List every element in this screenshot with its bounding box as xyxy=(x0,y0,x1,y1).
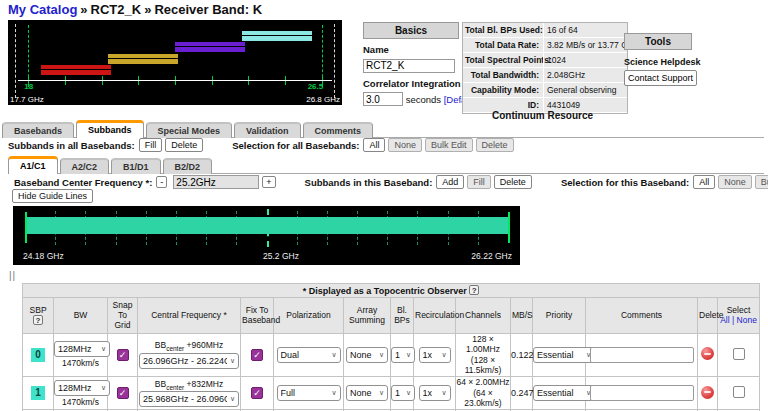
tab-special-modes[interactable]: Special Modes xyxy=(146,122,233,138)
comment-input[interactable] xyxy=(590,347,694,363)
priority-select[interactable]: Essential xyxy=(533,347,595,363)
fix-to-baseband-checkbox[interactable] xyxy=(251,349,263,361)
summary-label: Total Spectral Points: xyxy=(463,53,543,68)
select-none-this-button[interactable]: None xyxy=(718,175,752,189)
delete-subbands-button[interactable]: Delete xyxy=(494,175,532,189)
bw-velocity: 1470km/s xyxy=(54,358,107,368)
subband-row: 0 128MHz1470km/s BBcenter +960MHz26.096G… xyxy=(23,333,760,377)
select-all-button[interactable]: All xyxy=(363,138,385,152)
seconds-label: seconds xyxy=(406,94,441,105)
select-row-checkbox[interactable] xyxy=(733,386,745,398)
help-icon[interactable]: ? xyxy=(33,315,43,325)
comment-input[interactable] xyxy=(590,385,694,401)
tab-b2d2[interactable]: B2/D2 xyxy=(163,158,213,174)
select-none-link[interactable]: None xyxy=(737,315,757,325)
bw-select[interactable]: 128MHz xyxy=(54,341,110,357)
help-icon[interactable]: ? xyxy=(469,285,479,295)
integration-time-input[interactable] xyxy=(363,92,403,106)
recirculation-select[interactable]: 1x xyxy=(419,385,451,401)
col-fix-to-baseband: Fix To Baseband xyxy=(241,298,274,334)
link-divider: | xyxy=(732,315,734,325)
polarization-select[interactable]: Full xyxy=(277,385,341,401)
priority-select[interactable]: Essential xyxy=(533,385,595,401)
name-input[interactable] xyxy=(363,59,455,73)
subband-plot[interactable]: 24.18 GHz 25.2 GHz 26.22 GHz xyxy=(13,206,520,265)
band-end-label: 26.5 xyxy=(308,82,324,91)
fix-to-baseband-checkbox[interactable] xyxy=(251,387,263,399)
col-select: Select All | None xyxy=(718,298,760,334)
tab-comments[interactable]: Comments xyxy=(303,122,374,138)
array-summing-select[interactable]: None xyxy=(346,347,388,363)
receiver-band-plot[interactable]: 18 26.5 17.7 GHz 26.8 GHz xyxy=(8,20,342,105)
basics-panel: Basics Name Correlator Integration Time … xyxy=(363,22,459,106)
subband-plot-min-label: 24.18 GHz xyxy=(23,251,64,261)
baseband-tab-strip: A1/C1 A2/C2 B1/D1 B2/D2 xyxy=(8,155,764,174)
col-delete: Delete xyxy=(698,298,718,334)
baseband-edge-line xyxy=(25,212,27,243)
frequency-decrement-button[interactable]: - xyxy=(156,176,167,188)
resource-editor-page: My Catalog»RCT2_K»Receiver Band: K 18 26… xyxy=(0,0,768,411)
col-comments: Comments xyxy=(586,298,698,334)
array-summing-select[interactable]: None xyxy=(346,385,388,401)
delete-row-icon[interactable] xyxy=(701,386,714,399)
breadcrumb: My Catalog»RCT2_K»Receiver Band: K xyxy=(8,2,262,17)
resource-summary-table: Total Bl. BPs Used:16 of 64 Total Data R… xyxy=(462,22,628,114)
select-all-link[interactable]: All xyxy=(720,315,729,325)
delete-row-icon[interactable] xyxy=(701,347,714,360)
col-recirculation: Recirculation xyxy=(414,298,456,334)
tab-subbands[interactable]: Subbands xyxy=(76,120,144,138)
breadcrumb-separator: » xyxy=(141,2,154,17)
select-row-checkbox[interactable] xyxy=(733,348,745,360)
add-subband-button[interactable]: Add xyxy=(436,175,464,189)
snap-to-grid-checkbox[interactable] xyxy=(117,349,129,361)
splitter-handle[interactable]: || xyxy=(9,270,16,281)
summary-value: 16 of 64 xyxy=(543,23,627,38)
central-frequency-select[interactable]: 26.096GHz - 26.224GHz xyxy=(139,353,239,369)
bl-bps-select[interactable]: 1 xyxy=(391,385,415,401)
subbands-this-baseband-label: Subbands in this Baseband: xyxy=(305,177,433,188)
tab-b1d1[interactable]: B1/D1 xyxy=(111,158,161,174)
frequency-increment-button[interactable]: + xyxy=(262,176,275,188)
bulk-edit-this-button[interactable]: Bulk Edit xyxy=(755,175,768,189)
summary-label: Total Bl. BPs Used: xyxy=(463,23,543,38)
delete-selection-button[interactable]: Delete xyxy=(476,138,514,152)
fill-all-button[interactable]: Fill xyxy=(139,138,163,152)
selection-this-baseband-label: Selection for this Baseband: xyxy=(561,177,689,188)
fill-subbands-button[interactable]: Fill xyxy=(467,175,491,189)
tab-a2c2[interactable]: A2/C2 xyxy=(60,158,110,174)
summary-label: Total Data Rate: xyxy=(463,38,543,53)
channels-velocity: (64 × 23.0km/s) xyxy=(456,388,510,409)
table-caption: * Displayed as a Topocentric Observer ? xyxy=(23,284,760,298)
polarization-select[interactable]: Dual xyxy=(277,347,341,363)
my-catalog-link[interactable]: My Catalog xyxy=(8,2,77,17)
tab-validation[interactable]: Validation xyxy=(234,122,301,138)
baseband-cyan xyxy=(242,31,312,41)
tab-a1c1[interactable]: A1/C1 xyxy=(8,156,58,174)
subband-plot-max-label: 26.22 GHz xyxy=(471,251,512,261)
delete-all-button[interactable]: Delete xyxy=(165,138,203,152)
basics-title: Basics xyxy=(363,22,459,39)
subband-fill-region xyxy=(25,217,508,234)
all-basebands-bar: Subbands in all Basebands: Fill Delete S… xyxy=(8,138,517,152)
recirculation-select[interactable]: 1x xyxy=(419,347,451,363)
bw-select[interactable]: 128MHz xyxy=(54,380,110,396)
baseband-center-frequency-input[interactable] xyxy=(173,175,259,189)
snap-to-grid-checkbox[interactable] xyxy=(117,387,129,399)
tab-basebands[interactable]: Basebands xyxy=(2,122,74,138)
col-priority: Priority xyxy=(533,298,586,334)
mbs-value: 0.247 xyxy=(511,377,533,410)
band-start-label: 18 xyxy=(24,82,33,91)
col-mbs: MB/S xyxy=(511,298,533,334)
plot-edge-line xyxy=(334,24,335,98)
bl-bps-select[interactable]: 1 xyxy=(391,347,415,363)
bw-velocity: 1470km/s xyxy=(54,397,107,407)
contact-support-button[interactable]: Contact Support xyxy=(624,70,697,86)
baseband-control-bar: Baseband Center Frequency *: - + Subband… xyxy=(14,175,768,189)
frequency-axis xyxy=(18,80,332,81)
baseband-purple xyxy=(175,42,245,52)
select-none-button[interactable]: None xyxy=(388,138,422,152)
central-frequency-select[interactable]: 25.968GHz - 26.096GHz xyxy=(139,391,239,407)
select-all-this-button[interactable]: All xyxy=(693,175,715,189)
bulk-edit-button[interactable]: Bulk Edit xyxy=(425,138,473,152)
hide-guide-lines-button[interactable]: Hide Guide Lines xyxy=(12,189,93,203)
